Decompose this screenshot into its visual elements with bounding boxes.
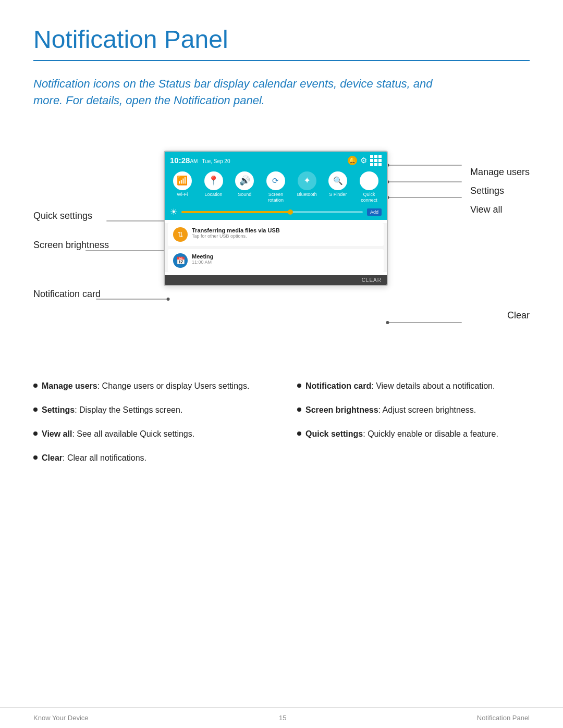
wifi-icon: 📶 <box>177 175 188 186</box>
description-section: Manage users: Change users or display Us… <box>33 380 530 476</box>
status-time: 10:28AM <box>170 156 198 165</box>
desc-view-all-term: View all <box>42 429 72 438</box>
qs-sound-label: Sound <box>238 192 251 198</box>
brightness-row: ☀ <box>170 207 363 217</box>
bullet-manage-users <box>33 384 38 388</box>
desc-quick-settings: Quick settings: Quickly enable or disabl… <box>297 428 530 440</box>
manage-users-callout-label: Manage users <box>470 158 530 181</box>
quick-settings-callout-label: Quick settings <box>33 211 92 221</box>
desc-clear: Clear: Clear all notifications. <box>33 452 266 464</box>
status-bell-icon: 🔔 <box>348 156 357 165</box>
desc-notification-card: Notification card: View details about a … <box>297 380 530 392</box>
meeting-notification-subtitle: 11:00 AM <box>192 260 214 265</box>
desc-manage-users-desc: : Change users or display Users settings… <box>97 381 250 390</box>
qs-bluetooth[interactable]: ✦ Bluetooth <box>294 171 320 198</box>
screen-rotation-icon: ⟳ <box>272 176 279 186</box>
title-divider <box>33 60 530 61</box>
desc-manage-users-term: Manage users <box>42 381 97 390</box>
status-date: Tue, Sep 20 <box>202 158 230 164</box>
desc-clear-term: Clear <box>42 453 63 462</box>
desc-quick-settings-term: Quick settings <box>305 429 363 438</box>
desc-screen-brightness-desc: : Adjust screen brightness. <box>378 405 476 414</box>
qs-screen-rotation[interactable]: ⟳ Screenrotation <box>263 171 289 203</box>
view-all-callout-label: View all <box>470 200 530 219</box>
usb-notification-subtitle: Tap for other USB options. <box>192 233 280 239</box>
desc-manage-users: Manage users: Change users or display Us… <box>33 380 266 392</box>
quickconnect-icon: ✳ <box>366 176 373 186</box>
desc-clear-desc: : Clear all notifications. <box>63 453 146 462</box>
sfinder-icon-wrap: 🔍 <box>328 171 347 190</box>
notification-card-callout-label: Notification card <box>33 289 101 300</box>
qs-wifi-label: Wi-Fi <box>177 192 188 198</box>
bullet-screen-brightness <box>297 408 301 412</box>
desc-settings-term: Settings <box>42 405 75 414</box>
brightness-dot <box>288 209 293 215</box>
sound-icon-wrap: 🔊 <box>235 171 254 190</box>
meeting-notification-text: Meeting 11:00 AM <box>192 253 214 265</box>
add-button[interactable]: Add <box>367 208 382 216</box>
status-bar: 10:28AM Tue, Sep 20 🔔 ⚙ <box>165 152 387 168</box>
usb-notification-text: Transferring media files via USB Tap for… <box>192 227 280 239</box>
screen-brightness-callout-label: Screen brightness <box>33 240 109 251</box>
location-icon: 📍 <box>208 175 219 186</box>
svg-point-13 <box>386 321 389 324</box>
qs-location[interactable]: 📍 Location <box>201 171 227 198</box>
desc-col-right: Notification card: View details about a … <box>297 380 530 476</box>
status-gear-icon: ⚙ <box>360 156 367 165</box>
bullet-quick-settings <box>297 431 301 436</box>
brightness-fill <box>181 211 290 213</box>
meeting-notification-card[interactable]: 📅 Meeting 11:00 AM <box>168 249 384 272</box>
page-title: Notification Panel <box>33 25 530 54</box>
usb-notification-card[interactable]: ⇅ Transferring media files via USB Tap f… <box>168 223 384 246</box>
bullet-notification-card <box>297 384 301 388</box>
location-icon-wrap: 📍 <box>204 171 223 190</box>
qs-location-label: Location <box>205 192 223 198</box>
bluetooth-icon-wrap: ✦ <box>298 171 316 190</box>
qs-sfinder-label: S Finder <box>329 192 347 198</box>
desc-notification-card-desc: : View details about a notification. <box>371 381 495 390</box>
footer-right: Notification Panel <box>477 714 530 722</box>
notifications-area: ⇅ Transferring media files via USB Tap f… <box>165 223 387 272</box>
desc-quick-settings-desc: : Quickly enable or disable a feature. <box>363 429 498 438</box>
qs-sound[interactable]: 🔊 Sound <box>231 171 258 198</box>
bullet-view-all <box>33 431 38 436</box>
desc-notification-card-term: Notification card <box>305 381 371 390</box>
clear-button[interactable]: CLEAR <box>362 277 382 283</box>
desc-col-left: Manage users: Change users or display Us… <box>33 380 266 476</box>
desc-screen-brightness-term: Screen brightness <box>305 405 378 414</box>
quick-settings-row: 📶 Wi-Fi 📍 Location 🔊 Sound ⟳ S <box>165 168 387 207</box>
qs-screen-rotation-label: Screenrotation <box>268 192 284 203</box>
desc-settings: Settings: Display the Settings screen. <box>33 404 266 416</box>
status-ampm: AM <box>190 158 198 164</box>
usb-notification-icon: ⇅ <box>173 227 188 242</box>
qs-quickconnect-label: Quickconnect <box>361 192 377 203</box>
sound-icon: 🔊 <box>239 175 250 186</box>
meeting-notification-title: Meeting <box>192 253 214 260</box>
qs-wifi[interactable]: 📶 Wi-Fi <box>169 171 195 198</box>
bullet-clear <box>33 455 38 460</box>
qs-quickconnect[interactable]: ✳ Quickconnect <box>356 171 382 203</box>
bullet-settings <box>33 408 38 412</box>
brightness-icon: ☀ <box>170 207 177 217</box>
footer-page-number: 15 <box>279 714 286 722</box>
meeting-notification-icon: 📅 <box>173 253 188 268</box>
diagram-area: 10:28AM Tue, Sep 20 🔔 ⚙ 📶 Wi-Fi <box>33 130 530 349</box>
phone-mockup: 10:28AM Tue, Sep 20 🔔 ⚙ 📶 Wi-Fi <box>164 151 388 287</box>
settings-callout-label: Settings <box>470 181 530 200</box>
desc-view-all: View all: See all available Quick settin… <box>33 428 266 440</box>
right-callouts: Manage users Settings View all <box>470 158 530 219</box>
page-subtitle: Notification icons on the Status bar dis… <box>33 76 461 109</box>
desc-settings-desc: : Display the Settings screen. <box>75 405 182 414</box>
footer: Know Your Device 15 Notification Panel <box>0 707 563 728</box>
usb-notification-title: Transferring media files via USB <box>192 227 280 233</box>
qs-bluetooth-label: Bluetooth <box>297 192 317 198</box>
bluetooth-icon: ✦ <box>303 175 311 186</box>
quickconnect-icon-wrap: ✳ <box>360 171 378 190</box>
footer-left: Know Your Device <box>33 714 89 722</box>
clear-callout-label: Clear <box>507 310 530 321</box>
sfinder-icon: 🔍 <box>333 176 343 186</box>
qs-sfinder[interactable]: 🔍 S Finder <box>325 171 351 198</box>
wifi-icon-wrap: 📶 <box>173 171 192 190</box>
brightness-slider[interactable] <box>181 211 363 213</box>
desc-screen-brightness: Screen brightness: Adjust screen brightn… <box>297 404 530 416</box>
